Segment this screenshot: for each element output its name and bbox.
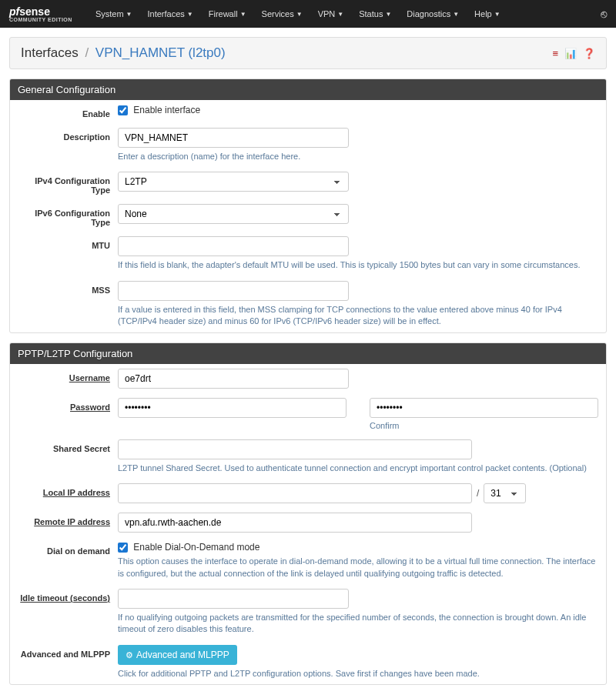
secret-help: L2TP tunnel Shared Secret. Used to authe… [118, 463, 598, 474]
nav-vpn[interactable]: VPN▼ [310, 9, 352, 18]
status-icon[interactable]: ≡ [552, 48, 558, 59]
caret-down-icon: ▼ [296, 11, 303, 18]
breadcrumb: Interfaces / VPN_HAMNET (l2tp0) [21, 45, 226, 61]
help-icon[interactable]: ❓ [583, 48, 595, 59]
logout-icon[interactable]: ⎋ [601, 8, 607, 20]
mss-input[interactable] [118, 281, 349, 301]
idle-help: If no qualifying outgoing packets are tr… [118, 612, 598, 636]
enable-checkbox-wrap[interactable]: Enable interface [118, 105, 200, 115]
idle-label: Idle timeout (seconds) [18, 589, 118, 603]
secret-input[interactable] [118, 439, 472, 459]
remote-ip-input[interactable] [118, 513, 472, 533]
dial-label: Dial on demand [18, 542, 118, 556]
local-ip-input[interactable] [118, 483, 472, 503]
mtu-help: If this field is blank, the adapter's de… [118, 259, 598, 271]
username-input[interactable] [118, 369, 349, 389]
nav-services[interactable]: Services▼ [254, 9, 310, 18]
nav-diagnostics[interactable]: Diagnostics▼ [399, 9, 467, 18]
nav-status[interactable]: Status▼ [351, 9, 399, 18]
description-help: Enter a description (name) for the inter… [118, 151, 598, 162]
local-ip-label: Local IP address [18, 483, 118, 497]
mss-help: If a value is entered in this field, the… [118, 304, 598, 328]
caret-down-icon: ▼ [337, 11, 343, 18]
breadcrumb-bar: Interfaces / VPN_HAMNET (l2tp0) ≡ 📊 ❓ [9, 37, 607, 69]
nav-interfaces[interactable]: Interfaces▼ [139, 9, 200, 18]
top-navbar: pfsense COMMUNITY EDITION System▼ Interf… [0, 0, 616, 28]
caret-down-icon: ▼ [126, 11, 132, 18]
graph-icon[interactable]: 📊 [564, 48, 577, 59]
subnet-slash: / [477, 488, 479, 499]
gear-icon [126, 650, 133, 660]
ipv6-select[interactable]: None [118, 204, 349, 224]
nav-help[interactable]: Help▼ [467, 9, 508, 18]
ipv4-select[interactable]: L2TP [118, 172, 349, 192]
caret-down-icon: ▼ [453, 11, 459, 18]
ipv6-label: IPv6 Configuration Type [18, 204, 118, 227]
caret-down-icon: ▼ [385, 11, 391, 18]
description-label: Description [18, 128, 118, 142]
enable-label: Enable [18, 105, 118, 119]
caret-down-icon: ▼ [494, 11, 500, 18]
dial-checkbox[interactable] [118, 543, 128, 553]
description-input[interactable] [118, 128, 349, 148]
breadcrumb-root[interactable]: Interfaces [21, 45, 79, 60]
idle-input[interactable] [118, 589, 349, 609]
panel-header-pptp: PPTP/L2TP Configuration [10, 343, 606, 364]
dial-checkbox-wrap[interactable]: Enable Dial-On-Demand mode [118, 542, 259, 553]
mtu-input[interactable] [118, 236, 349, 256]
panel-header-general: General Configuration [10, 79, 606, 100]
password-confirm-input[interactable] [370, 398, 598, 418]
panel-general: General Configuration Enable Enable inte… [9, 78, 607, 333]
caret-down-icon: ▼ [240, 11, 246, 18]
ipv4-label: IPv4 Configuration Type [18, 172, 118, 195]
password-label: Password [18, 398, 118, 412]
advanced-help: Click for additional PPTP and L2TP confi… [118, 668, 598, 680]
nav-system[interactable]: System▼ [88, 9, 140, 18]
secret-label: Shared Secret [18, 439, 118, 453]
nav-menu: System▼ Interfaces▼ Firewall▼ Services▼ … [88, 9, 508, 18]
advanced-label: Advanced and MLPPP [18, 645, 118, 659]
dial-help: This option causes the interface to oper… [118, 556, 598, 579]
mss-label: MSS [18, 281, 118, 295]
panel-pptp: PPTP/L2TP Configuration Username Passwor… [9, 342, 607, 686]
remote-ip-label: Remote IP address [18, 513, 118, 526]
mtu-label: MTU [18, 236, 118, 250]
brand-logo[interactable]: pfsense COMMUNITY EDITION [9, 6, 72, 22]
username-label: Username [18, 369, 118, 382]
local-ip-subnet-select[interactable]: 31 [484, 483, 526, 503]
advanced-mlppp-button[interactable]: Advanced and MLPPP [118, 645, 237, 665]
password-confirm-label: Confirm [370, 421, 598, 430]
password-input[interactable] [118, 398, 346, 418]
enable-checkbox[interactable] [118, 105, 128, 115]
caret-down-icon: ▼ [187, 11, 193, 18]
breadcrumb-current[interactable]: VPN_HAMNET (l2tp0) [95, 45, 226, 60]
nav-firewall[interactable]: Firewall▼ [201, 9, 254, 18]
